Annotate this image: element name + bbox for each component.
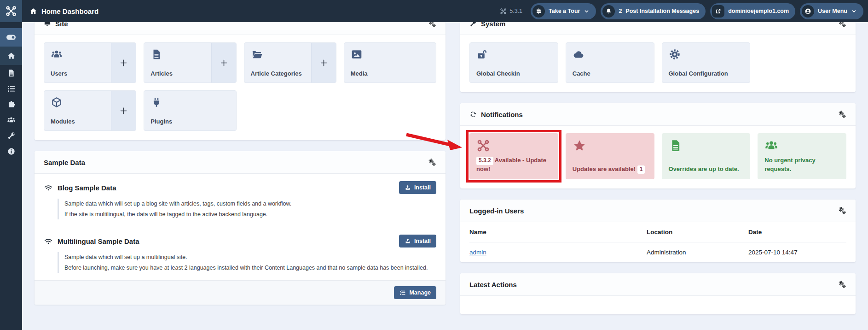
logged-in-users-header: Logged-in Users [460, 200, 856, 222]
global-checkin-link[interactable]: Global Checkin [470, 43, 558, 82]
table-row: admin Administration 2025-07-10 14:47 [469, 242, 846, 262]
add-article-category-button[interactable] [311, 43, 336, 82]
add-user-button[interactable] [111, 43, 136, 82]
shortcut-articles-link[interactable]: Articles [144, 43, 211, 82]
site-preview-button[interactable]: dominioejemplo1.com [710, 3, 795, 19]
add-module-button[interactable] [111, 91, 136, 130]
sidebar-item-home[interactable] [0, 47, 22, 65]
sample-data-panel-header: Sample Data [35, 151, 446, 174]
latest-actions-title: Latest Actions [469, 281, 517, 289]
global-configuration-link[interactable]: Global Configuration [662, 43, 750, 82]
joomla-icon [476, 139, 490, 153]
notification-card-joomla-update[interactable]: 5.3.2 Available - Update now! [469, 133, 558, 179]
notification-label: Updates are available! 1 [573, 165, 648, 174]
updates-available-label: Updates are available! [573, 165, 636, 172]
shortcut-media-link[interactable]: Media [344, 43, 436, 82]
wrench-icon [7, 131, 16, 140]
notification-card-privacy[interactable]: No urgent privacy requests. [758, 133, 846, 179]
install-multilingual-sample-data-button[interactable]: Install [399, 235, 436, 248]
sidebar-item-help[interactable] [0, 143, 22, 159]
shortcut-article-categories-link[interactable]: Article Categories [244, 43, 311, 82]
joomla-version: 5.3.1 [500, 8, 522, 15]
description-line: Sample data which will set up a blog sit… [64, 199, 436, 209]
sample-data-footer: Manage [35, 281, 446, 305]
take-a-tour-button[interactable]: Take a Tour [531, 3, 596, 19]
latest-actions-options-button[interactable] [838, 280, 846, 289]
chevron-down-icon [851, 8, 857, 14]
shortcut-label: Modules [51, 118, 104, 125]
home-icon [29, 7, 37, 15]
notification-label: 5.3.2 Available - Update now! [476, 156, 551, 174]
joomla-logo-box[interactable] [0, 0, 22, 22]
signpost-icon [535, 8, 542, 15]
wifi-icon [44, 236, 53, 246]
user-admin-link[interactable]: admin [469, 249, 486, 256]
notifications-options-button[interactable] [838, 110, 846, 118]
cache-link[interactable]: Cache [566, 43, 654, 82]
users-icon [51, 48, 63, 60]
multilingual-sample-data-description: Sample data which will set up a multilin… [58, 252, 436, 273]
plus-icon [319, 58, 329, 68]
unlock-icon [476, 48, 488, 60]
topbar-actions: 5.3.1 Take a Tour 2 Post Installation Me… [500, 3, 868, 19]
joomla-logo-icon [5, 5, 17, 17]
breadcrumb: Home Dashboard [29, 7, 98, 15]
notification-card-overrides[interactable]: Overrides are up to date. [662, 133, 751, 179]
page-title: Home Dashboard [41, 7, 98, 15]
table-header-row: Name Location Date [469, 222, 846, 242]
shortcut-card-global-checkin: Global Checkin [469, 42, 558, 83]
shortcut-card-modules: Modules [44, 90, 136, 131]
install-label: Install [414, 184, 431, 191]
gears-icon [838, 280, 846, 289]
folder-open-icon [251, 48, 263, 60]
menu-list-icon [7, 84, 16, 93]
description-line: Sample data which will set up a multilin… [64, 252, 436, 263]
multilingual-sample-data-title: Multilingual Sample Data [58, 237, 139, 245]
sidebar-item-menus[interactable] [0, 81, 22, 96]
file-icon [669, 139, 683, 153]
site-shortcuts: Users Articles Artic [44, 42, 436, 131]
sidebar [0, 22, 22, 330]
shortcut-card-media: Media [344, 42, 436, 83]
logged-in-users-options-button[interactable] [838, 206, 846, 215]
latest-actions-panel: Latest Actions [460, 273, 856, 314]
privacy-label: No urgent privacy requests. [764, 156, 839, 174]
shortcut-label: Users [51, 70, 104, 77]
site-panel: Site Users Articles [35, 12, 446, 140]
star-icon [573, 139, 586, 153]
notifications-panel-title: Notifications [481, 111, 523, 118]
refresh-icon [469, 111, 477, 118]
shortcut-users-link[interactable]: Users [44, 43, 111, 82]
column-header-date: Date [748, 229, 846, 236]
post-installation-messages-button[interactable]: 2 Post Installation Messages [601, 3, 706, 19]
shortcut-modules-link[interactable]: Modules [44, 91, 111, 130]
sidebar-item-components[interactable] [0, 96, 22, 112]
list-check-icon [399, 289, 406, 296]
user-menu-button[interactable]: User Menu [800, 3, 863, 19]
version-badge: 5.3.2 [476, 157, 493, 165]
sidebar-toggle-button[interactable] [0, 28, 22, 47]
shortcut-card-cache: Cache [566, 42, 654, 83]
shortcut-card-plugins: Plugins [144, 90, 236, 131]
cloud-icon [573, 48, 584, 60]
overrides-label: Overrides are up to date. [669, 165, 744, 174]
upload-icon [405, 184, 411, 191]
gears-icon [838, 110, 846, 118]
shortcut-card-global-configuration: Global Configuration [662, 42, 751, 83]
install-label: Install [414, 238, 431, 244]
sample-data-panel-title: Sample Data [44, 159, 85, 166]
take-a-tour-label: Take a Tour [549, 8, 580, 14]
notification-card-extension-updates[interactable]: Updates are available! 1 [566, 133, 654, 179]
sidebar-item-users[interactable] [0, 112, 22, 128]
latest-actions-header: Latest Actions [460, 273, 856, 296]
sample-data-options-button[interactable] [428, 158, 436, 166]
latest-actions-body [460, 296, 856, 314]
manage-button[interactable]: Manage [394, 286, 436, 299]
shortcut-label: Global Checkin [476, 70, 551, 77]
sidebar-item-content[interactable] [0, 65, 22, 81]
sidebar-item-system[interactable] [0, 128, 22, 143]
install-blog-sample-data-button[interactable]: Install [399, 181, 436, 194]
shortcut-plugins-link[interactable]: Plugins [144, 91, 236, 130]
messages-count-badge: 2 [619, 8, 622, 14]
add-article-button[interactable] [211, 43, 236, 82]
